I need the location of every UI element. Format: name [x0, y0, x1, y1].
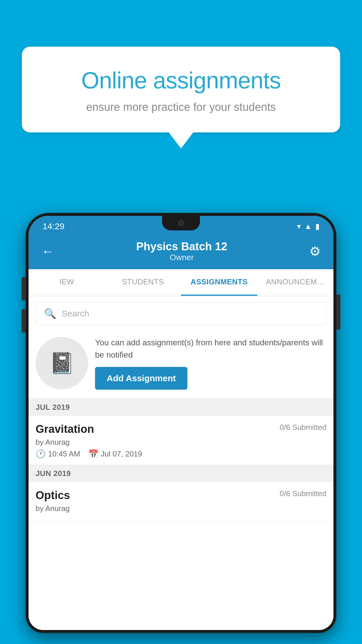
- assignment-row1: Gravitation 0/6 Submitted: [36, 423, 326, 435]
- speech-bubble-container: Online assignments ensure more practice …: [22, 47, 340, 148]
- speech-bubble-title: Online assignments: [45, 67, 317, 94]
- assignment-name-optics: Optics: [36, 489, 70, 502]
- content-area: 🔍 Search 📓 You can add assignment(s) fro…: [29, 296, 333, 630]
- status-time: 14:29: [43, 221, 64, 231]
- section-jul-2019: JUL 2019: [29, 399, 333, 416]
- tab-bar: IEW STUDENTS ASSIGNMENTS ANNOUNCEM…: [29, 269, 333, 296]
- status-icons: ▾ ▲ ▮: [297, 222, 319, 231]
- speech-bubble-subtitle: ensure more practice for your students: [45, 101, 317, 113]
- calendar-icon: 📅: [88, 449, 99, 459]
- promo-text: You can add assignment(s) from here and …: [95, 337, 326, 390]
- assignment-item-optics[interactable]: Optics 0/6 Submitted by Anurag: [29, 482, 333, 522]
- signal-icon: ▲: [304, 222, 312, 231]
- phone-notch: [162, 216, 200, 230]
- header-title: Physics Batch 12: [136, 240, 227, 253]
- promo-description: You can add assignment(s) from here and …: [95, 337, 326, 361]
- back-button[interactable]: ←: [41, 244, 54, 259]
- assignment-submitted-optics: 0/6 Submitted: [280, 489, 326, 498]
- assignment-author-gravitation: by Anurag: [36, 438, 326, 447]
- assignment-row1-optics: Optics 0/6 Submitted: [36, 489, 326, 502]
- search-bar[interactable]: 🔍 Search: [36, 302, 326, 325]
- speech-bubble: Online assignments ensure more practice …: [22, 47, 340, 132]
- tab-announcements[interactable]: ANNOUNCEM…: [257, 269, 334, 296]
- phone-wrapper: 14:29 ▾ ▲ ▮ ← Physics Batch 12 Owner ⚙: [26, 213, 336, 644]
- section-jun-2019: JUN 2019: [29, 465, 333, 482]
- volume-up-button: [22, 277, 26, 300]
- settings-icon[interactable]: ⚙: [309, 244, 321, 259]
- power-button: [336, 295, 340, 330]
- wifi-icon: ▾: [297, 222, 301, 231]
- assignment-name-gravitation: Gravitation: [36, 423, 94, 435]
- tab-students[interactable]: STUDENTS: [105, 269, 181, 296]
- tab-assignments[interactable]: ASSIGNMENTS: [181, 269, 257, 296]
- clock-icon: 🕐: [36, 449, 46, 459]
- app-header: ← Physics Batch 12 Owner ⚙: [29, 235, 333, 269]
- search-placeholder: Search: [61, 309, 89, 318]
- tab-view[interactable]: IEW: [29, 269, 105, 296]
- volume-down-button: [22, 309, 26, 332]
- phone-screen: 14:29 ▾ ▲ ▮ ← Physics Batch 12 Owner ⚙: [29, 216, 333, 630]
- assignment-author-optics: by Anurag: [36, 504, 326, 513]
- assignment-submitted-gravitation: 0/6 Submitted: [280, 423, 326, 432]
- assignment-time-gravitation: 🕐 10:45 AM: [36, 449, 80, 459]
- assignment-item-gravitation[interactable]: Gravitation 0/6 Submitted by Anurag 🕐 10…: [29, 416, 333, 465]
- assignment-meta-gravitation: 🕐 10:45 AM 📅 Jul 07, 2019: [36, 449, 326, 459]
- add-assignment-button[interactable]: Add Assignment: [95, 367, 187, 390]
- battery-icon: ▮: [315, 222, 319, 231]
- promo-icon-circle: 📓: [36, 337, 88, 389]
- notebook-icon: 📓: [49, 351, 75, 375]
- phone-device: 14:29 ▾ ▲ ▮ ← Physics Batch 12 Owner ⚙: [26, 213, 336, 633]
- header-center: Physics Batch 12 Owner: [136, 240, 227, 262]
- front-camera: [178, 220, 184, 226]
- promo-section: 📓 You can add assignment(s) from here an…: [29, 331, 333, 399]
- header-subtitle: Owner: [136, 253, 227, 262]
- search-icon: 🔍: [44, 308, 56, 319]
- speech-bubble-arrow: [169, 132, 193, 148]
- assignment-date-gravitation: 📅 Jul 07, 2019: [88, 449, 142, 459]
